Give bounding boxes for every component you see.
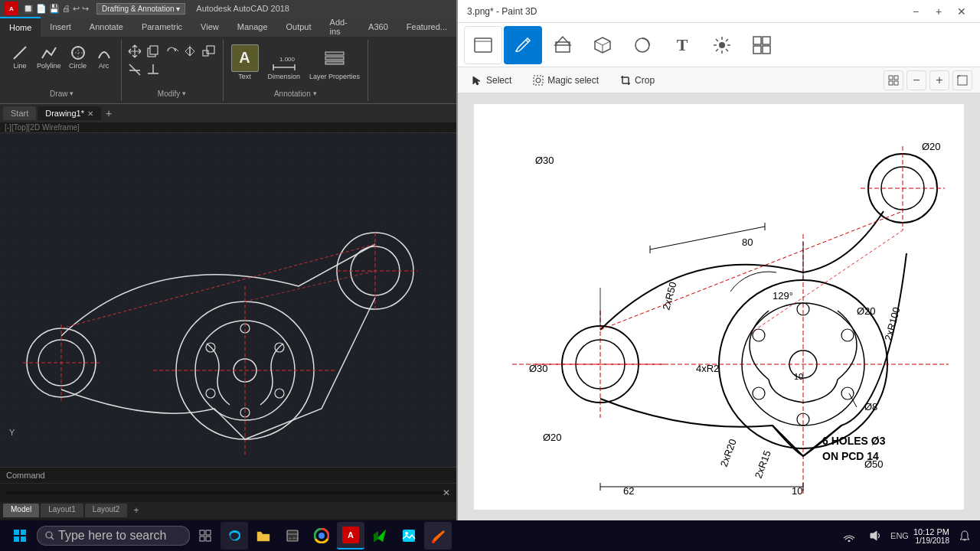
svg-text:Y: Y xyxy=(9,428,15,437)
photos-btn[interactable] xyxy=(395,522,423,549)
start-button[interactable] xyxy=(5,522,35,549)
svg-rect-136 xyxy=(206,530,211,535)
svg-rect-131 xyxy=(14,536,19,542)
drawing1-tab[interactable]: Drawing1* ✕ xyxy=(38,106,101,120)
select-btn[interactable]: Select xyxy=(466,73,518,88)
canvas-btn[interactable] xyxy=(464,26,502,64)
task-view-btn[interactable] xyxy=(191,522,219,549)
autocad-viewport[interactable]: Y xyxy=(0,133,456,467)
tab-parametric[interactable]: Parametric xyxy=(132,17,191,37)
crop-btn[interactable]: Crop xyxy=(614,73,661,88)
trim-tool[interactable] xyxy=(126,61,143,78)
paint3d-minimize-btn[interactable]: − xyxy=(906,2,925,21)
explorer-btn[interactable] xyxy=(250,522,277,549)
fullscreen-btn[interactable] xyxy=(952,70,972,90)
dimension-tool[interactable]: 1.000 Dimension xyxy=(265,43,304,82)
language-indicator[interactable]: ENG xyxy=(890,531,909,540)
command-input[interactable] xyxy=(6,491,443,494)
effects-btn[interactable] xyxy=(703,26,741,64)
svg-text:Ø20: Ø20 xyxy=(922,141,941,152)
svg-rect-78 xyxy=(958,76,967,85)
svg-rect-21 xyxy=(325,61,344,64)
notification-btn[interactable] xyxy=(954,525,975,546)
svg-line-48 xyxy=(526,40,528,42)
tab-a360[interactable]: A360 xyxy=(359,17,397,37)
line-tool[interactable]: Line xyxy=(8,43,32,71)
draw-group: Line Polyline xyxy=(3,40,122,101)
arc-tool[interactable]: Arc xyxy=(92,43,116,71)
svg-text:Ø20: Ø20 xyxy=(543,432,562,443)
svg-rect-132 xyxy=(21,536,26,542)
start-tab[interactable]: Start xyxy=(3,106,36,120)
rotate-tool[interactable] xyxy=(163,43,180,60)
taskbar: Type here to search +-×÷ A xyxy=(0,520,980,551)
layer-properties-tool[interactable]: Layer Properties xyxy=(306,43,363,82)
tab-insert[interactable]: Insert xyxy=(41,17,80,37)
text-btn[interactable]: T xyxy=(663,26,701,64)
zoom-in-btn[interactable]: + xyxy=(929,70,949,90)
text-tool[interactable]: A Text xyxy=(228,43,262,82)
edge-btn[interactable] xyxy=(220,522,248,549)
layout1-tab[interactable]: Layout1 xyxy=(41,504,83,517)
line-icon xyxy=(11,44,28,61)
calculator-btn[interactable]: +-×÷ xyxy=(279,522,306,549)
move-tool[interactable] xyxy=(126,43,143,60)
tab-manage[interactable]: Manage xyxy=(228,17,277,37)
ribbon-content: Line Polyline xyxy=(0,37,456,104)
maps-btn[interactable] xyxy=(366,522,394,549)
svg-text:ON PCD 14: ON PCD 14 xyxy=(822,450,879,462)
polyline-tool[interactable]: Polyline xyxy=(34,43,64,71)
taskbar-clock[interactable]: 10:12 PM 1/19/2018 xyxy=(913,527,949,545)
search-icon xyxy=(45,531,54,540)
autocad-logo: A xyxy=(5,2,18,15)
extend-tool[interactable] xyxy=(145,61,162,78)
shapes-3d-btn[interactable] xyxy=(583,26,622,64)
svg-point-55 xyxy=(719,42,725,48)
shapes-2d-btn[interactable] xyxy=(544,26,582,64)
tab-view[interactable]: View xyxy=(191,17,228,37)
add-tab-btn[interactable]: + xyxy=(103,107,115,119)
tab-addins[interactable]: Add-ins xyxy=(321,17,360,37)
tab-featured[interactable]: Featured... xyxy=(397,17,456,37)
model-tab[interactable]: Model xyxy=(3,504,39,517)
svg-line-63 xyxy=(716,49,718,51)
magic-select-btn[interactable]: Magic select xyxy=(527,73,605,88)
drawing-canvas: Y xyxy=(0,133,456,455)
network-icon[interactable] xyxy=(838,525,860,546)
stickers-btn[interactable] xyxy=(623,26,662,64)
annotation-group-label: Annotation ▾ xyxy=(228,90,364,98)
paint3d-taskbar-btn[interactable] xyxy=(424,522,452,549)
svg-text:Ø8: Ø8 xyxy=(864,401,877,412)
view-grid-btn[interactable] xyxy=(884,70,903,90)
tab-home[interactable]: Home xyxy=(0,17,41,37)
svg-point-133 xyxy=(46,532,52,538)
autocad-taskbar-btn[interactable]: A xyxy=(337,522,364,549)
close-drawing-btn[interactable]: ✕ xyxy=(87,109,93,118)
chrome-btn[interactable] xyxy=(308,522,335,549)
command-line: Command xyxy=(0,468,456,484)
paint3d-canvas[interactable]: Ø30 Ø20 80 129° xyxy=(458,93,980,520)
circle-tool[interactable]: Circle xyxy=(66,43,90,71)
workspace-selector[interactable]: Drafting & Annotation ▾ xyxy=(96,3,185,15)
layout2-tab[interactable]: Layout2 xyxy=(85,504,128,517)
tab-output[interactable]: Output xyxy=(277,17,321,37)
tab-annotate[interactable]: Annotate xyxy=(80,17,132,37)
paint3d-maximize-btn[interactable]: + xyxy=(929,2,948,21)
doc-tabs-bar: Start Drawing1* ✕ + xyxy=(0,104,456,122)
add-layout-btn[interactable]: + xyxy=(129,504,143,517)
brushes-btn[interactable] xyxy=(504,26,542,64)
volume-icon[interactable] xyxy=(864,525,886,546)
taskbar-search[interactable]: Type here to search xyxy=(37,526,190,546)
autocad-title: Autodesk AutoCAD 2018 xyxy=(196,4,289,13)
scale-tool[interactable] xyxy=(200,43,217,60)
canvas2-btn[interactable] xyxy=(743,26,781,64)
command-close[interactable]: ✕ xyxy=(443,487,450,498)
svg-rect-67 xyxy=(763,46,770,54)
autocad-titlebar: A 🔲 📄 💾 🖨 ↩ ↪ Drafting & Annotation ▾ Au… xyxy=(0,0,456,17)
copy-tool[interactable] xyxy=(145,43,162,60)
svg-marker-50 xyxy=(555,37,570,45)
mirror-tool[interactable] xyxy=(181,43,198,60)
paint3d-titlebar: 3.png* - Paint 3D − + ✕ xyxy=(458,0,980,23)
zoom-out-btn[interactable]: − xyxy=(906,70,926,90)
paint3d-close-btn[interactable]: ✕ xyxy=(952,2,971,21)
